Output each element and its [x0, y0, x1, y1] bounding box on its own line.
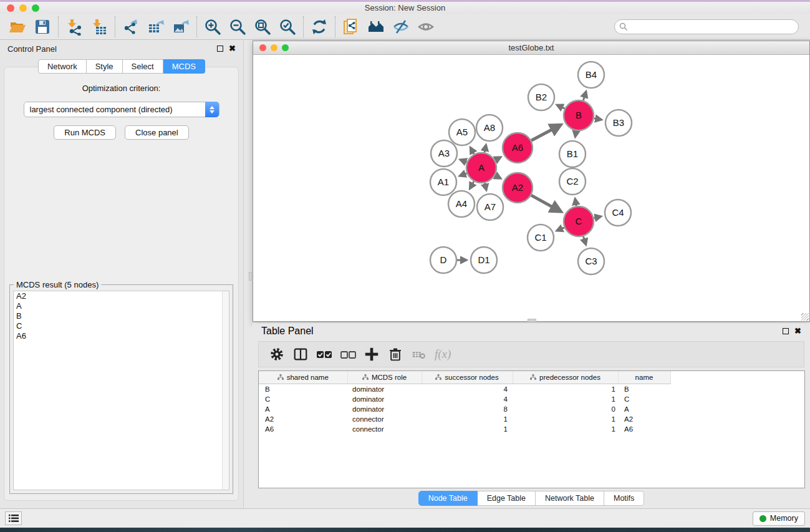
graph-edge-B-B3[interactable]: [594, 118, 602, 120]
cell-predecessor_nodes[interactable]: 1: [513, 414, 618, 424]
network-window-titlebar[interactable]: testGlobe.txt: [253, 41, 809, 55]
cell-successor_nodes[interactable]: 1: [422, 424, 513, 434]
cell-predecessor_nodes[interactable]: 1: [513, 424, 618, 434]
result-scrollbar[interactable]: [222, 291, 229, 490]
graph-edge-B-B4[interactable]: [583, 92, 586, 100]
cell-mcds_role[interactable]: connector: [347, 414, 422, 424]
graph-edge-C-C1[interactable]: [557, 228, 564, 231]
graph-node-C[interactable]: C: [564, 206, 594, 236]
list-item[interactable]: A2: [14, 291, 229, 301]
graph-edge-A-A3[interactable]: [460, 160, 467, 162]
table-row[interactable]: A2connector11A2: [259, 414, 804, 424]
graph-node-C2[interactable]: C2: [559, 168, 586, 195]
cell-name[interactable]: B: [618, 384, 670, 394]
refresh-button[interactable]: [307, 16, 332, 37]
table-row[interactable]: Adominator80A: [259, 404, 804, 414]
table-settings-button[interactable]: [266, 344, 287, 365]
graph-node-D1[interactable]: D1: [471, 247, 497, 273]
table-row[interactable]: A6connector11A6: [259, 424, 804, 434]
graph-node-A3[interactable]: A3: [431, 140, 457, 167]
export-network-button[interactable]: [118, 16, 143, 37]
close-panel-button[interactable]: Close panel: [125, 125, 189, 140]
table-row[interactable]: Cdominator41C: [259, 394, 804, 404]
cell-shared_name[interactable]: C: [259, 394, 347, 404]
show-selected-button[interactable]: [413, 16, 438, 37]
graph-node-B1[interactable]: B1: [559, 141, 586, 167]
cell-name[interactable]: A6: [618, 424, 670, 434]
float-table-panel-icon[interactable]: [783, 328, 789, 334]
tab-motifs[interactable]: Motifs: [604, 491, 644, 506]
cell-mcds_role[interactable]: dominator: [347, 404, 422, 414]
cell-successor_nodes[interactable]: 1: [422, 414, 513, 424]
tab-edge-table[interactable]: Edge Table: [478, 491, 536, 506]
home-view-button[interactable]: [364, 16, 388, 37]
cell-shared_name[interactable]: A2: [259, 414, 347, 424]
zoom-fit-button[interactable]: [250, 16, 275, 37]
graph-node-A4[interactable]: A4: [448, 191, 475, 217]
tab-select[interactable]: Select: [123, 59, 163, 74]
zoom-in-button[interactable]: [200, 16, 225, 37]
graph-node-A1[interactable]: A1: [430, 169, 456, 195]
column-header-shared-name[interactable]: shared name: [259, 371, 347, 384]
window-resize-grip[interactable]: [801, 313, 809, 321]
hide-selected-button[interactable]: [388, 16, 413, 37]
search-input[interactable]: [614, 19, 799, 34]
cell-name[interactable]: A2: [618, 414, 670, 424]
split-table-button[interactable]: [290, 344, 311, 365]
graph-node-B[interactable]: B: [564, 100, 594, 130]
save-session-button[interactable]: [30, 16, 55, 37]
tab-network[interactable]: Network: [38, 59, 87, 74]
cell-name[interactable]: C: [618, 394, 670, 404]
graph-node-A7[interactable]: A7: [477, 194, 503, 220]
cell-successor_nodes[interactable]: 4: [422, 394, 513, 404]
cell-predecessor_nodes[interactable]: 1: [513, 384, 618, 394]
list-item[interactable]: C: [14, 321, 229, 331]
float-panel-icon[interactable]: [217, 46, 223, 52]
graph-edge-B-B2[interactable]: [557, 105, 564, 109]
deselect-all-button[interactable]: [337, 344, 359, 365]
zoom-out-button[interactable]: [225, 16, 250, 37]
cell-predecessor_nodes[interactable]: 0: [513, 404, 618, 414]
column-header-name[interactable]: name: [618, 371, 670, 384]
graph-node-B4[interactable]: B4: [578, 62, 604, 88]
graph-edge-A-A4[interactable]: [470, 181, 474, 189]
graph-edge-A-A6[interactable]: [495, 157, 501, 160]
cell-successor_nodes[interactable]: 8: [422, 404, 513, 414]
graph-edge-A-A1[interactable]: [460, 173, 466, 176]
new-network-from-selection-button[interactable]: [339, 16, 364, 37]
network-canvas[interactable]: AA1A2A3A4A5A6A7A8BB1B2B3B4CC1C2C3C4DD1: [253, 55, 809, 321]
column-header-mcds-role[interactable]: MCDS role: [347, 371, 422, 384]
column-header-predecessor-nodes[interactable]: predecessor nodes: [513, 371, 618, 384]
graph-edge-A-A8[interactable]: [485, 145, 486, 152]
graph-node-A8[interactable]: A8: [476, 115, 503, 141]
graph-edge-A-A2[interactable]: [495, 175, 501, 178]
cell-mcds_role[interactable]: dominator: [347, 384, 422, 394]
graph-node-A5[interactable]: A5: [449, 119, 475, 145]
run-mcds-button[interactable]: Run MCDS: [54, 125, 116, 140]
import-table-button[interactable]: [87, 16, 112, 37]
graph-edge-B-B1[interactable]: [576, 131, 577, 137]
cell-shared_name[interactable]: B: [259, 384, 347, 394]
graph-edge-A-A5[interactable]: [470, 148, 474, 154]
tab-node-table[interactable]: Node Table: [418, 491, 478, 506]
delete-columns-button[interactable]: [385, 344, 406, 365]
bottom-divider-grip[interactable]: [528, 319, 536, 322]
cell-predecessor_nodes[interactable]: 1: [513, 394, 618, 404]
graph-node-A2[interactable]: A2: [503, 173, 533, 203]
task-history-button[interactable]: [5, 511, 22, 525]
tab-style[interactable]: Style: [87, 59, 123, 74]
graph-edge-A6-B[interactable]: [531, 125, 561, 141]
network-graph[interactable]: AA1A2A3A4A5A6A7A8BB1B2B3B4CC1C2C3C4DD1: [253, 55, 809, 321]
list-item[interactable]: A: [14, 301, 229, 311]
graph-edge-A2-C[interactable]: [531, 195, 561, 211]
delete-table-button[interactable]: [408, 344, 430, 365]
import-network-button[interactable]: [62, 16, 87, 37]
graph-node-A[interactable]: A: [466, 153, 496, 183]
list-item[interactable]: B: [14, 311, 229, 321]
graph-node-D[interactable]: D: [430, 247, 456, 273]
optimization-criterion-dropdown[interactable]: largest connected component (directed): [24, 102, 219, 117]
graph-node-B3[interactable]: B3: [605, 110, 632, 136]
graph-edge-C-C4[interactable]: [594, 216, 600, 218]
function-builder-button[interactable]: f(x): [432, 347, 451, 361]
select-all-button[interactable]: [314, 344, 335, 365]
